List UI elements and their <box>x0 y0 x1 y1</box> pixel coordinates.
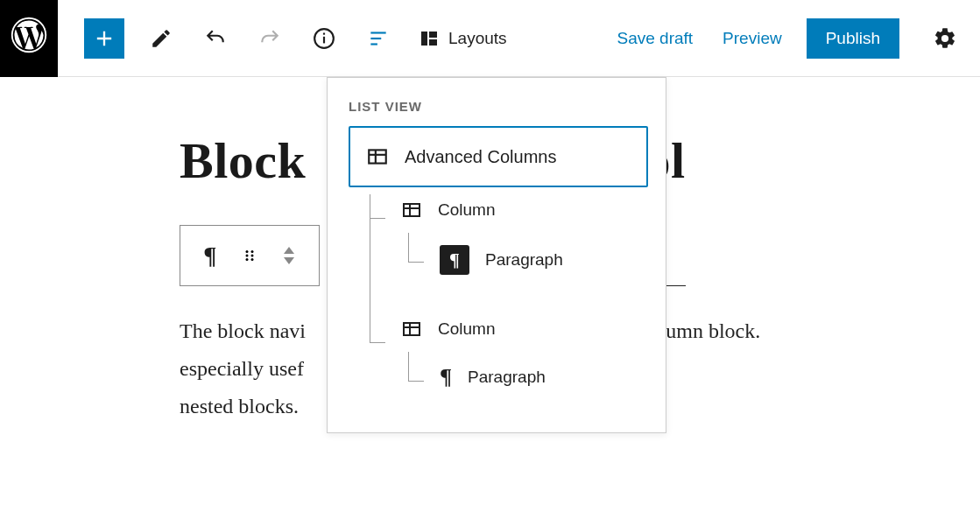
editor-toolbar: Layouts Save draft Preview Publish <box>58 0 980 77</box>
svg-point-11 <box>245 258 248 261</box>
svg-point-7 <box>245 250 248 253</box>
info-button[interactable] <box>307 21 342 56</box>
undo-button[interactable] <box>198 21 233 56</box>
svg-point-8 <box>250 250 253 253</box>
svg-point-12 <box>250 258 253 261</box>
list-view-popover: LIST VIEW Advanced Columns Column ¶ Para… <box>327 77 666 433</box>
svg-rect-2 <box>323 36 325 43</box>
paragraph-icon: ¶ <box>440 364 452 390</box>
block-mini-toolbar[interactable]: ¶ <box>180 225 320 286</box>
paragraph-icon: ¶ <box>203 242 216 270</box>
list-view-item-advanced-columns[interactable]: Advanced Columns <box>349 126 648 187</box>
svg-point-10 <box>250 255 253 257</box>
add-block-button[interactable] <box>84 18 124 59</box>
list-view-header: LIST VIEW <box>349 99 648 114</box>
list-view-button[interactable] <box>361 21 396 56</box>
paragraph-block-icon: ¶ <box>440 245 469 275</box>
list-view-item-label: Paragraph <box>485 250 563 270</box>
wordpress-logo-icon <box>10 16 48 54</box>
svg-rect-19 <box>404 323 419 335</box>
list-view-item-label: Paragraph <box>468 368 546 387</box>
columns-icon <box>401 200 422 221</box>
gear-icon <box>933 26 957 51</box>
layouts-label: Layouts <box>448 29 507 48</box>
info-icon <box>313 27 335 50</box>
edit-mode-button[interactable] <box>144 21 179 56</box>
list-view-item-paragraph[interactable]: ¶ Paragraph <box>426 233 648 287</box>
layouts-icon <box>419 28 440 49</box>
svg-rect-4 <box>421 32 427 46</box>
pencil-icon <box>150 27 173 50</box>
undo-icon <box>204 27 227 50</box>
svg-rect-13 <box>369 150 386 163</box>
columns-icon <box>401 319 422 340</box>
svg-rect-5 <box>429 32 437 38</box>
svg-point-9 <box>245 255 248 257</box>
list-view-item-column[interactable]: Column <box>387 306 648 352</box>
list-view-item-paragraph[interactable]: ¶ Paragraph <box>426 352 648 403</box>
list-view-item-column[interactable]: Column <box>387 187 648 233</box>
list-view-item-label: Advanced Columns <box>405 147 556 167</box>
wordpress-badge[interactable] <box>0 0 58 77</box>
drag-handle-icon[interactable] <box>242 248 257 263</box>
publish-button[interactable]: Publish <box>807 18 899 59</box>
list-view-item-label: Column <box>438 200 495 220</box>
mover-icon[interactable] <box>282 247 296 264</box>
list-view-item-label: Column <box>438 319 495 339</box>
svg-rect-16 <box>404 204 419 216</box>
preview-button[interactable]: Preview <box>717 20 787 57</box>
redo-icon <box>258 27 281 50</box>
save-draft-button[interactable]: Save draft <box>611 20 698 57</box>
redo-button[interactable] <box>252 21 287 56</box>
settings-button[interactable] <box>927 21 962 56</box>
plus-icon <box>92 26 116 51</box>
columns-icon <box>366 145 389 168</box>
list-view-icon <box>367 27 390 50</box>
svg-rect-3 <box>323 32 325 34</box>
layouts-button[interactable]: Layouts <box>415 28 511 49</box>
svg-rect-6 <box>429 39 437 46</box>
